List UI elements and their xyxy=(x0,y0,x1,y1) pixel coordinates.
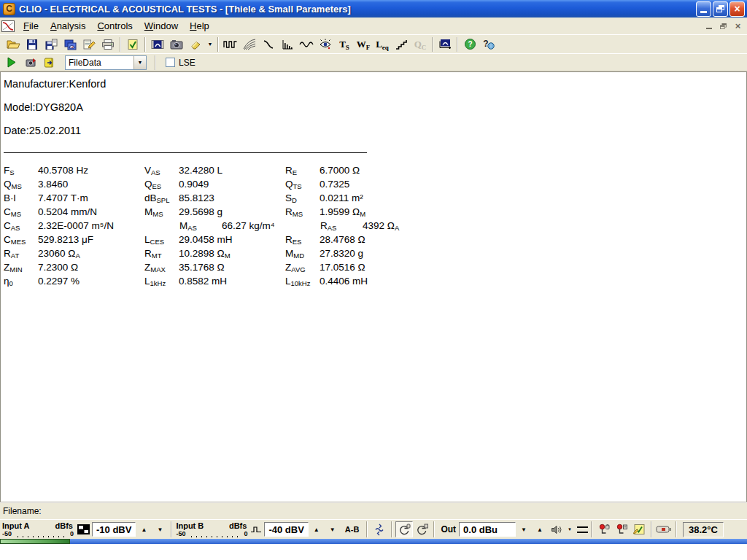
mdi-minimize-button[interactable] xyxy=(703,20,715,31)
meter-mode-icon xyxy=(77,524,90,534)
param-row: MAS 66.27 kg/m⁴ xyxy=(144,220,285,234)
param-row: MMD 27.8320 g xyxy=(285,248,438,262)
snapshot-button[interactable] xyxy=(167,36,186,52)
help-button[interactable]: ? xyxy=(460,36,479,52)
output-decrease-button[interactable]: ▼ xyxy=(516,522,532,537)
lse-checkbox[interactable] xyxy=(166,58,175,67)
io-meter-icon xyxy=(438,39,452,50)
fft-analysis-button[interactable] xyxy=(297,36,316,52)
chevron-down-icon: ▼ xyxy=(208,42,213,47)
notes-button[interactable] xyxy=(80,36,98,52)
model-line: Model:DYG820A xyxy=(4,101,746,125)
microphone-b-icon xyxy=(616,524,628,536)
rta-analysis-button[interactable] xyxy=(278,36,297,52)
minimize-button[interactable] xyxy=(696,1,711,17)
hardware-status-button[interactable] xyxy=(655,521,673,537)
close-button[interactable]: × xyxy=(729,1,745,17)
restore-button[interactable] xyxy=(713,1,728,17)
input-a-decrease-button[interactable]: ▼ xyxy=(152,522,168,537)
speaker-dropdown-button[interactable]: ▼ xyxy=(565,522,574,537)
combobox-dropdown-button[interactable]: ▼ xyxy=(133,56,146,69)
output-increase-button[interactable]: ▲ xyxy=(532,522,548,537)
measurement-notes-button[interactable] xyxy=(630,521,648,537)
menu-item[interactable]: Window xyxy=(139,19,184,33)
temperature-readout: 38.2°C xyxy=(683,522,724,537)
mdi-close-button[interactable]: × xyxy=(732,20,744,31)
param-row: ZMIN 7.2300 Ω xyxy=(4,262,144,276)
pulse-icon xyxy=(250,525,262,534)
statusbar-separator xyxy=(171,521,172,537)
erase-overlay-button[interactable] xyxy=(186,36,205,52)
save-file-button[interactable] xyxy=(23,36,42,52)
ab-mode-label[interactable]: A-B xyxy=(345,525,360,534)
measurement-window-icon[interactable] xyxy=(1,20,15,32)
down-arrow-icon: ▼ xyxy=(157,526,163,533)
loop-input-a-button[interactable] xyxy=(395,521,413,537)
question-icon: ? xyxy=(464,38,476,50)
leq-analysis-button[interactable]: Leq xyxy=(373,36,392,52)
camera-icon xyxy=(170,39,183,50)
waterfall-button[interactable]: WF xyxy=(354,36,373,52)
param-row: QES 0.9049 xyxy=(144,179,285,192)
save-as-button[interactable] xyxy=(42,36,61,52)
parameters-column-2: VAS 32.4280 L QES 0.9049 dBSPL 85.8123 xyxy=(144,165,285,289)
export-data-button[interactable] xyxy=(40,54,59,71)
output-level-field[interactable]: 0.0 dBu xyxy=(459,522,516,537)
autocapture-button[interactable] xyxy=(21,54,40,71)
menu-items: File Analysis Controls Window Help xyxy=(18,19,215,33)
autosave-toggle-button[interactable] xyxy=(123,36,142,52)
input-b-scale: -50 0 xyxy=(175,530,248,537)
manufacturer-line: Manufacturer:Kenford xyxy=(4,78,746,101)
parameters-column-1: FS 40.5708 Hz QMS 3.8460 B·l 7.4707 T·m xyxy=(4,165,144,289)
menu-item[interactable]: Analysis xyxy=(44,19,91,33)
sine-icon xyxy=(299,39,314,50)
linearity-distortion-button[interactable] xyxy=(392,36,411,52)
input-a-increase-button[interactable]: ▲ xyxy=(136,522,152,537)
wf-text-icon: WF xyxy=(357,39,371,49)
input-a-sensitivity-field[interactable]: -10 dBV xyxy=(92,522,136,537)
ts-parameters-button[interactable]: TS xyxy=(335,36,354,52)
input-b-sensitivity-field[interactable]: -40 dBV xyxy=(264,522,308,537)
mdi-minimize-icon xyxy=(706,28,712,29)
overlay-dropdown-button[interactable]: ▼ xyxy=(205,36,215,52)
print-button[interactable] xyxy=(98,36,117,52)
dc-coupling-icon[interactable] xyxy=(577,526,588,533)
speaker-icon xyxy=(551,524,562,535)
loop-input-b-button[interactable] xyxy=(413,521,430,537)
online-help-button[interactable]: ? xyxy=(479,36,498,52)
settings-button[interactable] xyxy=(61,36,80,52)
chevron-down-icon: ▼ xyxy=(138,60,143,65)
scale-ticks xyxy=(187,534,242,537)
input-a-meter-mode-button[interactable] xyxy=(74,521,92,537)
eraser-icon xyxy=(190,39,202,50)
io-config-button[interactable] xyxy=(436,36,454,52)
question-globe-icon: ? xyxy=(482,38,495,50)
open-file-button[interactable] xyxy=(4,36,23,52)
sinusoidal-analysis-button[interactable] xyxy=(240,36,259,52)
mic-a-button[interactable] xyxy=(595,521,613,537)
start-measurement-button[interactable] xyxy=(2,54,21,71)
qc-button[interactable]: QC xyxy=(411,36,430,52)
leq-text-icon: Leq xyxy=(376,39,389,49)
param-row: ZAVG 17.0516 Ω xyxy=(285,262,438,276)
param-row: QMS 3.8460 xyxy=(4,179,144,192)
toolbar-separator xyxy=(120,37,121,52)
input-b-increase-button[interactable]: ▲ xyxy=(309,522,325,537)
autorange-button[interactable] xyxy=(371,521,388,537)
live-monitor-button[interactable] xyxy=(316,36,335,52)
input-b-decrease-button[interactable]: ▼ xyxy=(325,522,341,537)
menu-item[interactable]: Controls xyxy=(91,19,138,33)
view-measurement-button[interactable] xyxy=(148,36,167,52)
scale-ticks xyxy=(13,534,69,537)
mdi-restore-button[interactable] xyxy=(717,20,729,31)
mic-b-button[interactable] xyxy=(613,521,630,537)
gauge-icon xyxy=(64,39,77,50)
dataset-combobox[interactable]: FileData ▼ xyxy=(65,55,147,70)
mls-analysis-button[interactable] xyxy=(221,36,240,52)
impulse-decay-button[interactable] xyxy=(259,36,278,52)
param-row: MMS 29.5698 g xyxy=(144,206,285,220)
menu-item[interactable]: File xyxy=(18,19,44,33)
folder-open-icon xyxy=(7,39,20,50)
menu-item[interactable]: Help xyxy=(184,19,215,33)
monitor-speaker-button[interactable] xyxy=(548,521,565,537)
